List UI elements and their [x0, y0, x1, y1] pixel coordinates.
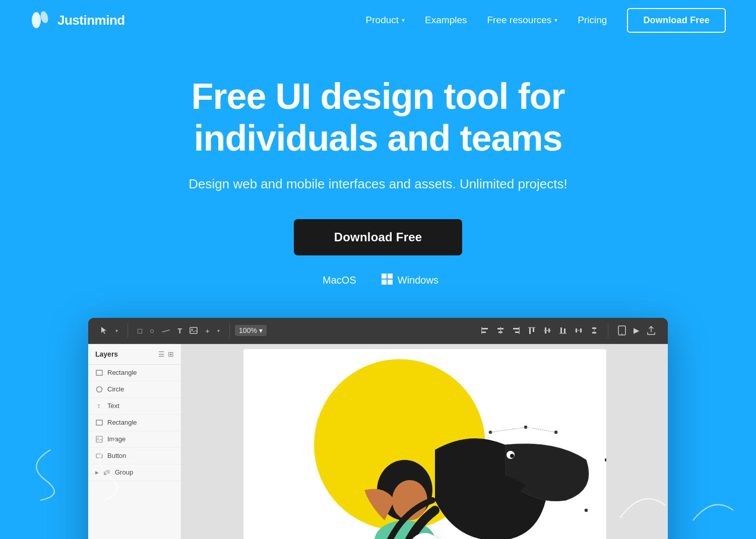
platform-macos[interactable]: MacOS — [318, 275, 356, 286]
distribute-v[interactable] — [588, 324, 601, 336]
layer-image[interactable]: Image — [88, 431, 181, 448]
layer-text-icon: T — [95, 402, 103, 410]
group-chevron: ▶ — [95, 470, 99, 475]
svg-rect-22 — [544, 330, 551, 331]
circle-tool[interactable]: ○ — [147, 324, 157, 337]
layers-header: Layers ☰ ⊞ — [88, 344, 181, 365]
svg-rect-25 — [559, 333, 566, 334]
svg-rect-14 — [513, 328, 519, 329]
svg-rect-38 — [96, 436, 102, 442]
line-tool[interactable]: — — [158, 322, 174, 339]
cursor-chevron[interactable]: ▾ — [113, 326, 120, 335]
chevron-down-icon: ▾ — [402, 17, 405, 24]
app-preview: ▾ □ ○ — T + — [10, 318, 746, 539]
layer-group[interactable]: ▶ Group — [88, 464, 181, 481]
svg-rect-18 — [533, 328, 534, 332]
layer-image-icon — [95, 435, 103, 443]
toolbar-align-tools — [476, 324, 603, 336]
add-tool[interactable]: + — [203, 324, 212, 337]
zoom-control[interactable]: 100% ▾ — [235, 325, 267, 336]
image-tool[interactable] — [187, 325, 200, 336]
cursor-tool[interactable] — [98, 324, 110, 336]
svg-rect-8 — [482, 328, 488, 329]
svg-point-0 — [32, 12, 41, 28]
chevron-down-icon-2: ▾ — [554, 17, 557, 24]
logo[interactable]: Justinmind — [30, 9, 125, 31]
layer-text[interactable]: T Text — [88, 398, 181, 415]
layers-title: Layers — [95, 350, 118, 358]
device-preview[interactable] — [615, 323, 628, 338]
svg-rect-13 — [500, 327, 501, 334]
windows-icon — [382, 274, 393, 288]
nav-menu: Product ▾ Examples Free resources ▾ Pric… — [366, 8, 726, 33]
align-center-h[interactable] — [494, 324, 507, 336]
svg-point-52 — [584, 508, 588, 512]
svg-rect-40 — [96, 454, 102, 458]
toolbar-selection-tools: ▾ — [96, 324, 122, 336]
canvas-area[interactable] — [181, 344, 668, 539]
svg-rect-6 — [190, 327, 197, 333]
hero-download-button[interactable]: Download Free — [294, 219, 463, 255]
toolbar-separator-3 — [608, 323, 608, 338]
align-right[interactable] — [510, 324, 523, 336]
svg-rect-15 — [515, 331, 519, 333]
add-chevron[interactable]: ▾ — [215, 326, 222, 335]
layer-circle-icon — [95, 385, 103, 393]
svg-rect-24 — [564, 328, 565, 333]
nav-free-resources[interactable]: Free resources ▾ — [487, 15, 558, 26]
layer-circle[interactable]: Circle — [88, 381, 181, 398]
layers-grid-icon[interactable]: ⊞ — [168, 350, 174, 358]
svg-rect-28 — [575, 330, 582, 331]
text-tool[interactable]: T — [175, 324, 184, 337]
distribute-h[interactable] — [572, 324, 585, 336]
svg-rect-16 — [519, 327, 520, 334]
layer-rect-icon-2 — [95, 419, 103, 427]
svg-point-1 — [39, 11, 49, 24]
svg-rect-34 — [96, 370, 102, 375]
logo-text: Justinmind — [57, 13, 125, 28]
layer-rectangle-2[interactable]: Rectangle — [88, 415, 181, 431]
nav-examples[interactable]: Examples — [425, 15, 467, 26]
play-preview[interactable]: ▶ — [631, 324, 642, 337]
hero-title: Free UI design tool for individuals and … — [151, 76, 605, 159]
svg-point-47 — [510, 454, 514, 458]
svg-point-33 — [621, 333, 622, 334]
toolbar-separator-2 — [229, 323, 230, 338]
squiggle-right — [688, 485, 738, 525]
hero-section: Free UI design tool for individuals and … — [0, 40, 756, 539]
svg-rect-23 — [560, 327, 562, 333]
nav-product[interactable]: Product ▾ — [366, 15, 405, 26]
navbar: Justinmind Product ▾ Examples Free resou… — [0, 0, 756, 40]
squiggle-left — [20, 445, 60, 505]
svg-rect-2 — [382, 274, 387, 279]
toolbar-right-tools: ▶ — [613, 323, 660, 338]
platform-options: MacOS Windows — [10, 274, 746, 288]
svg-point-39 — [98, 437, 99, 438]
navbar-download-button[interactable]: Download Free — [627, 8, 726, 33]
layers-list-icon[interactable]: ☰ — [158, 350, 165, 358]
layer-button[interactable]: Button — [88, 448, 181, 464]
align-bottom[interactable] — [556, 324, 570, 336]
align-left[interactable] — [478, 324, 491, 336]
rectangle-tool[interactable]: □ — [135, 324, 145, 337]
svg-point-7 — [192, 329, 193, 330]
svg-text:T: T — [97, 403, 100, 409]
platform-windows[interactable]: Windows — [382, 274, 438, 288]
svg-rect-31 — [594, 327, 595, 334]
nav-pricing[interactable]: Pricing — [578, 15, 607, 26]
layer-group-icon — [103, 468, 111, 477]
svg-rect-19 — [528, 327, 535, 328]
layer-rectangle-1[interactable]: Rectangle — [88, 365, 181, 381]
align-middle[interactable] — [541, 324, 554, 336]
app-toolbar: ▾ □ ○ — T + — [88, 318, 668, 344]
align-top[interactable] — [525, 324, 538, 336]
toolbar-separator-1 — [128, 323, 128, 338]
layers-panel: Layers ☰ ⊞ Rectangle — [88, 344, 181, 539]
svg-point-51 — [604, 458, 606, 462]
layer-rect-icon — [95, 369, 103, 377]
svg-rect-3 — [388, 274, 393, 279]
svg-rect-10 — [481, 327, 482, 334]
svg-rect-37 — [96, 420, 102, 425]
share-upload[interactable] — [645, 324, 658, 337]
svg-rect-9 — [482, 331, 486, 333]
